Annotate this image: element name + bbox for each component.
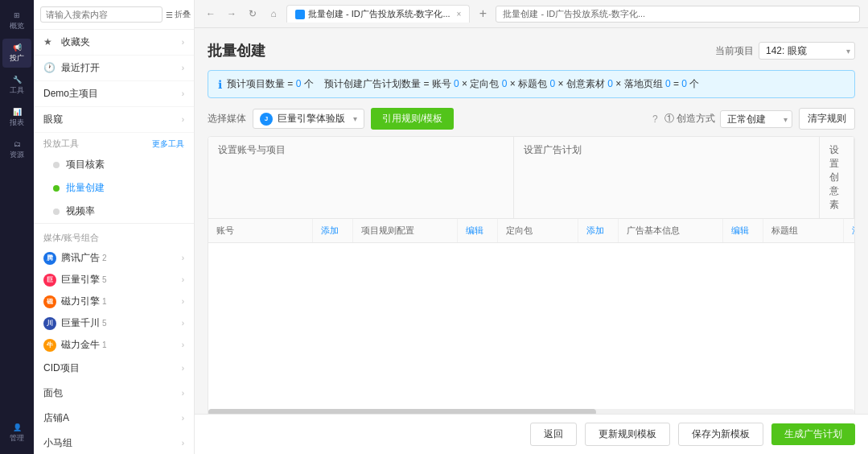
media-select-text: 巨量引擎体验版 bbox=[278, 112, 345, 126]
media-select-dropdown[interactable]: J 巨量引擎体验版 ▾ bbox=[253, 109, 364, 129]
refresh-button[interactable]: ↻ bbox=[245, 6, 261, 22]
new-tab-button[interactable]: + bbox=[475, 6, 491, 22]
recent-icon: 🕐 bbox=[43, 62, 56, 75]
th-edit1[interactable]: 编辑 bbox=[458, 219, 498, 242]
nav-item-bread[interactable]: 面包 › bbox=[34, 381, 194, 406]
jinnniu-label: 磁力金牛 bbox=[61, 338, 100, 352]
tencent-count: 2 bbox=[102, 254, 107, 262]
overview-symbol: ⊞ bbox=[14, 11, 20, 19]
tencent-label: 腾讯广告 bbox=[61, 251, 100, 265]
horizontal-scrollbar[interactable] bbox=[208, 409, 854, 414]
account-count: 0 bbox=[454, 78, 459, 89]
forward-button[interactable]: → bbox=[224, 6, 240, 22]
back-button-bottom[interactable]: 返回 bbox=[530, 423, 577, 446]
title-count: 0 bbox=[549, 78, 555, 89]
th-add1[interactable]: 添加 bbox=[313, 219, 353, 242]
nav-sub-item-project[interactable]: 项目核素 bbox=[34, 153, 194, 176]
dot-icon-project bbox=[53, 162, 60, 168]
media-item-tencent[interactable]: 腾 腾讯广告 2 › bbox=[34, 247, 194, 269]
home-button[interactable]: ⌂ bbox=[265, 6, 282, 22]
project-selector: 当前项目 142: 眼窥 bbox=[715, 42, 855, 60]
info-icon: ℹ bbox=[218, 78, 222, 91]
sidebar-icon-overview[interactable]: ⊞ 概览 bbox=[2, 6, 31, 35]
section1-header: 设置账号与项目 bbox=[208, 137, 514, 218]
tencent-logo: 腾 bbox=[43, 252, 56, 265]
nav-item-demo[interactable]: Demo主项目 › bbox=[34, 81, 194, 107]
arrow-icon: › bbox=[182, 38, 184, 47]
arrow-bread: › bbox=[182, 389, 184, 398]
juliang-logo: 巨 bbox=[43, 274, 56, 287]
arrow-tencent: › bbox=[182, 254, 184, 262]
tab-label: 批量创建 - ID广告投放系统-数字化... bbox=[308, 8, 450, 20]
dot-icon-video bbox=[53, 208, 60, 215]
scrollbar-thumb[interactable] bbox=[208, 409, 596, 414]
table-section-header: 设置账号与项目 设置广告计划 设置创意素 bbox=[208, 137, 854, 219]
media-item-juliang[interactable]: 巨 巨量引擎 5 › bbox=[34, 269, 194, 291]
qianchuan-logo: 川 bbox=[43, 317, 56, 330]
project-selector-label: 当前项目 bbox=[715, 44, 754, 58]
media-item-cili[interactable]: 磁 磁力引擎 1 › bbox=[34, 291, 194, 312]
sidebar-icon-tool[interactable]: 🔧 工具 bbox=[2, 71, 31, 100]
save-template-button[interactable]: 保存为新模板 bbox=[678, 423, 763, 446]
address-bar[interactable]: 批量创建 - ID广告投放系统-数字化... bbox=[496, 6, 860, 23]
sidebar-icon-report[interactable]: 📊 报表 bbox=[2, 103, 31, 132]
media-select-label: 选择媒体 bbox=[208, 112, 246, 126]
nav-item-current-project[interactable]: 眼窥 › bbox=[34, 107, 194, 133]
project-select[interactable]: 142: 眼窥 bbox=[759, 42, 855, 60]
recent-label: 最近打开 bbox=[61, 61, 100, 75]
more-tools-link[interactable]: 更多工具 bbox=[152, 138, 184, 150]
project-selector-wrap[interactable]: 142: 眼窥 bbox=[759, 42, 855, 60]
sidebar-icon-resource[interactable]: 🗂 资源 bbox=[2, 135, 31, 164]
search-input[interactable] bbox=[40, 6, 162, 23]
arrow-qianchuan: › bbox=[182, 319, 184, 328]
tool-section-label: 投放工具 bbox=[43, 138, 79, 150]
nav-sub-item-video[interactable]: 视频率 bbox=[34, 200, 194, 223]
tab-close-icon[interactable]: × bbox=[457, 10, 462, 19]
report-label: 报表 bbox=[10, 118, 24, 128]
resource-symbol: 🗂 bbox=[14, 140, 21, 148]
template-button[interactable]: 引用规则/模板 bbox=[371, 108, 454, 130]
page-header: 批量创建 当前项目 142: 眼窥 bbox=[208, 41, 855, 60]
arrow-cid: › bbox=[182, 364, 184, 373]
info-text: 预计项目数量 = 0 个 预计创建广告计划数量 = 账号 0 × 定向包 0 ×… bbox=[227, 77, 699, 91]
th-edit2[interactable]: 编辑 bbox=[723, 219, 763, 242]
qianchuan-label: 巨量千川 bbox=[61, 316, 100, 330]
media-item-jinnniu[interactable]: 牛 磁力金牛 1 › bbox=[34, 334, 194, 356]
th-add2[interactable]: 添加 bbox=[578, 219, 619, 242]
nav-item-cid[interactable]: CID项目 › bbox=[34, 356, 194, 381]
creation-mode-select[interactable]: 正常创建 bbox=[720, 110, 792, 128]
media-item-qianchuan[interactable]: 川 巨量千川 5 › bbox=[34, 312, 194, 334]
nav-item-favorites[interactable]: ★ 收藏夹 › bbox=[34, 30, 194, 56]
batch-label: 批量创建 bbox=[66, 181, 105, 195]
current-project-label: 眼窥 bbox=[43, 113, 63, 126]
nav-item-recent[interactable]: 🕐 最近打开 › bbox=[34, 56, 194, 81]
arrow-juliang: › bbox=[182, 275, 184, 284]
ad-label: 投广 bbox=[10, 53, 24, 64]
demo-label: Demo主项目 bbox=[43, 87, 98, 101]
fold-button[interactable]: ☰ 折叠 bbox=[166, 9, 191, 20]
sidebar-icon-ad[interactable]: 📢 投广 bbox=[2, 39, 31, 68]
nav-item-horsegroup[interactable]: 小马组 › bbox=[34, 431, 194, 454]
sidebar-icon-user[interactable]: 👤 管理 bbox=[2, 419, 31, 448]
generate-button[interactable]: 生成广告计划 bbox=[771, 423, 855, 445]
toolbar-right: ? ① 创造方式 正常创建 清字规则 bbox=[652, 108, 855, 130]
back-button[interactable]: ← bbox=[203, 6, 219, 22]
dot-icon-batch bbox=[53, 185, 60, 192]
naming-rule-button[interactable]: 清字规则 bbox=[799, 108, 855, 130]
nav-item-shopA[interactable]: 店铺A › bbox=[34, 406, 194, 431]
tab-favicon bbox=[295, 10, 305, 19]
th-add3[interactable]: 添加 bbox=[844, 219, 855, 242]
overview-label: 概览 bbox=[10, 21, 24, 31]
main-table: 设置账号与项目 设置广告计划 设置创意素 账号 添加 项目规则配置 编辑 bbox=[208, 136, 855, 414]
creation-mode-label: ① 创造方式 bbox=[664, 112, 715, 126]
user-symbol: 👤 bbox=[13, 423, 22, 431]
qianchuan-count: 5 bbox=[102, 319, 107, 328]
nav-sub-item-batch[interactable]: 批量创建 bbox=[34, 176, 194, 200]
favorites-label: 收藏夹 bbox=[61, 35, 90, 49]
jinnniu-logo: 牛 bbox=[43, 339, 56, 352]
report-symbol: 📊 bbox=[13, 108, 22, 116]
update-template-button[interactable]: 更新规则模板 bbox=[585, 423, 670, 446]
browser-tab-main[interactable]: 批量创建 - ID广告投放系统-数字化... × bbox=[286, 5, 470, 23]
creation-mode-select-wrap[interactable]: 正常创建 bbox=[720, 110, 792, 128]
left-sidebar: ⊞ 概览 📢 投广 🔧 工具 📊 报表 🗂 资源 👤 管理 bbox=[0, 0, 34, 454]
